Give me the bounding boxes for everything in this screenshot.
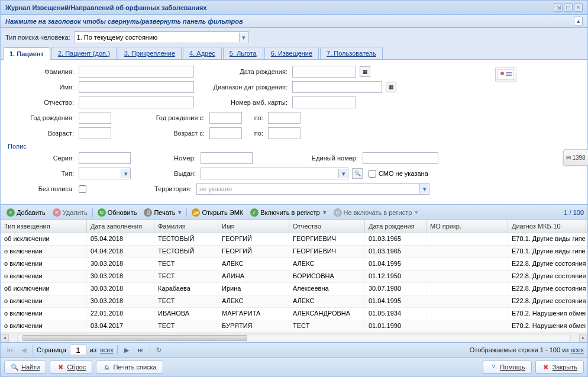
table-row[interactable]: о включении30.03.2018ТЕСТАЛЕКСАЛЕКС01.04… bbox=[1, 258, 587, 271]
chevron-down-icon[interactable]: ▾ bbox=[338, 169, 348, 178]
grid-header-cell[interactable]: МО прикр. bbox=[427, 220, 508, 233]
include-button[interactable]: ✓ Включить в регистр▾ bbox=[248, 207, 328, 218]
scroll-right-icon[interactable]: ▸ bbox=[579, 334, 587, 342]
maximize-icon[interactable]: □ bbox=[564, 3, 573, 12]
svg-point-1 bbox=[500, 72, 504, 75]
table-row[interactable]: о включении04.04.2018ТЕСТОВЫЙГЕОРГИЙГЕОР… bbox=[1, 246, 587, 258]
series-label: Серия: bbox=[5, 155, 76, 162]
grid-header-cell[interactable]: Дата рождения bbox=[365, 220, 427, 233]
grid-header-cell[interactable]: Имя bbox=[218, 220, 289, 233]
print-list-button[interactable]: ⎙ Печать списка bbox=[96, 361, 163, 374]
calendar-icon[interactable]: ▦ bbox=[360, 66, 370, 77]
smo-not-checkbox[interactable] bbox=[369, 170, 376, 178]
page-input[interactable] bbox=[70, 345, 86, 355]
close-window-icon[interactable]: × bbox=[574, 3, 583, 12]
prev-page-icon[interactable]: ◀ bbox=[18, 345, 29, 355]
birthdate-input[interactable] bbox=[292, 66, 356, 78]
age-to-label: по: bbox=[244, 130, 266, 137]
grid-header-cell[interactable]: Фамилия bbox=[154, 220, 218, 233]
nopolis-checkbox[interactable] bbox=[79, 185, 86, 193]
grid-cell: об исключении bbox=[1, 233, 87, 245]
patronymic-input[interactable] bbox=[79, 96, 194, 108]
tab-notice[interactable]: 6. Извещение bbox=[264, 47, 319, 59]
restore-icon[interactable]: ⇲ bbox=[554, 3, 563, 12]
surname-input[interactable] bbox=[79, 66, 194, 78]
tab-benefit[interactable]: 5. Льгота bbox=[223, 47, 263, 59]
birthyear-to-input[interactable] bbox=[268, 112, 301, 124]
grid-cell: о включении bbox=[1, 258, 87, 270]
grid-cell: ТЕСТ bbox=[154, 295, 218, 307]
calendar-icon[interactable]: ▦ bbox=[386, 82, 396, 92]
birthyear-input[interactable] bbox=[79, 112, 111, 124]
delete-button[interactable]: ✕ Удалить bbox=[50, 207, 90, 218]
grid-cell: 01.05.1934 bbox=[365, 308, 427, 320]
age-from-input[interactable] bbox=[209, 127, 242, 139]
type-label: Тип: bbox=[5, 170, 76, 177]
number-input[interactable] bbox=[201, 152, 253, 164]
cardnum-input[interactable] bbox=[292, 96, 356, 108]
table-row[interactable]: об исключении30.03.2018КарабаеваИринаАле… bbox=[1, 283, 587, 295]
scrollbar-track[interactable] bbox=[17, 334, 571, 342]
table-row[interactable]: о включении22.01.2018ИВАНОВАМАРГАРИТААЛЕ… bbox=[1, 308, 587, 320]
grid-header-cell[interactable]: Дата заполнения bbox=[87, 220, 154, 233]
table-row[interactable]: о включении30.03.2018ТЕСТАЛИНАБОРИСОВНА0… bbox=[1, 271, 587, 283]
table-row[interactable]: о включении30.03.2018ТЕСТАЛЕКСАЛЕКС01.04… bbox=[1, 295, 587, 308]
exclude-button[interactable]: ⊘ Не включать в регистр▾ bbox=[331, 207, 421, 218]
territory-combo[interactable]: не указано ▾ bbox=[196, 183, 429, 195]
collapse-up-icon[interactable]: ▴ bbox=[574, 17, 583, 25]
print-button[interactable]: ⎙ Печать▾ bbox=[141, 207, 184, 218]
last-page-icon[interactable]: ⏭ bbox=[135, 345, 146, 355]
birthyear-from-input[interactable] bbox=[209, 112, 242, 124]
notification-tab[interactable]: ✉ 1398 bbox=[563, 149, 588, 166]
type-combo[interactable]: ▾ bbox=[79, 168, 131, 179]
tab-user[interactable]: 7. Пользователь bbox=[320, 47, 383, 59]
table-row[interactable]: о включении03.04.2017ТЕСТБУРЯТИЯТЕСТ01.0… bbox=[1, 320, 587, 333]
series-input[interactable] bbox=[79, 152, 131, 164]
grid-cell: E22.8. Другие состояния bbox=[508, 283, 586, 295]
tab-attachment[interactable]: 3. Прикрепление bbox=[118, 47, 182, 59]
birthrange-input[interactable] bbox=[292, 81, 382, 93]
page-total[interactable]: всех bbox=[100, 346, 114, 353]
plus-icon: + bbox=[7, 208, 15, 217]
grid-cell: 04.04.2018 bbox=[87, 246, 154, 258]
open-emk-button[interactable]: 📂 Открыть ЭМК bbox=[189, 207, 245, 218]
search-type-combo[interactable]: 1. По текущему состоянию ▾ bbox=[74, 31, 249, 43]
issued-combo[interactable]: ▾ bbox=[201, 168, 348, 179]
next-page-icon[interactable]: ▶ bbox=[121, 345, 132, 355]
horizontal-scrollbar[interactable]: ◂ ▸ bbox=[1, 333, 587, 342]
grid-header-cell[interactable]: Отчество bbox=[289, 220, 365, 233]
age-from-label: Возраст с: bbox=[114, 130, 207, 137]
age-to-input[interactable] bbox=[268, 127, 301, 139]
name-input[interactable] bbox=[79, 81, 194, 93]
chevron-down-icon[interactable]: ▾ bbox=[239, 33, 248, 42]
id-card-icon[interactable] bbox=[495, 67, 516, 82]
grid-cell bbox=[427, 295, 508, 307]
refresh-button[interactable]: ↻ Обновить bbox=[95, 207, 140, 218]
first-page-icon[interactable]: ⏮ bbox=[4, 345, 15, 355]
close-button[interactable]: ✖ Закрыть bbox=[535, 361, 584, 374]
search-icon[interactable]: 🔍 bbox=[352, 168, 363, 179]
scrollbar-thumb[interactable] bbox=[22, 335, 247, 341]
bottom-toolbar: 🔍 Найти ✖ Сброс ⎙ Печать списка ? Помощь… bbox=[1, 358, 587, 377]
reset-button[interactable]: ✖ Сброс bbox=[50, 361, 92, 374]
cross-icon: ✕ bbox=[53, 208, 61, 217]
refresh-icon[interactable]: ↻ bbox=[154, 345, 164, 355]
grid-header-cell[interactable]: Диагноз МКБ-10 bbox=[508, 220, 586, 233]
window-title: Журнал Извещений/Направлений об орфанных… bbox=[5, 4, 206, 11]
table-row[interactable]: об исключении05.04.2018ТЕСТОВЫЙГЕОРГИЙГЕ… bbox=[1, 233, 587, 246]
grid-cell: 30.03.2018 bbox=[87, 283, 154, 295]
age-input[interactable] bbox=[79, 127, 111, 139]
smo-not-label: СМО не указана bbox=[379, 170, 428, 177]
add-button[interactable]: + Добавить bbox=[4, 207, 48, 218]
scroll-left-icon[interactable]: ◂ bbox=[1, 334, 9, 342]
tab-address[interactable]: 4. Адрес bbox=[183, 47, 222, 59]
tab-patient-ext[interactable]: 2. Пациент (доп.) bbox=[51, 47, 117, 59]
find-button[interactable]: 🔍 Найти bbox=[4, 361, 46, 374]
chevron-down-icon[interactable]: ▾ bbox=[419, 184, 429, 194]
unified-input[interactable] bbox=[363, 152, 438, 164]
tab-patient[interactable]: 1. Пациент bbox=[3, 47, 50, 60]
chevron-down-icon[interactable]: ▾ bbox=[121, 169, 130, 178]
grid-header-cell[interactable]: Тип извещения bbox=[1, 220, 87, 233]
help-button[interactable]: ? Помощь bbox=[483, 361, 532, 374]
filter-panel-header[interactable]: Нажмите на заголовок чтобы свернуть/разв… bbox=[1, 15, 587, 28]
